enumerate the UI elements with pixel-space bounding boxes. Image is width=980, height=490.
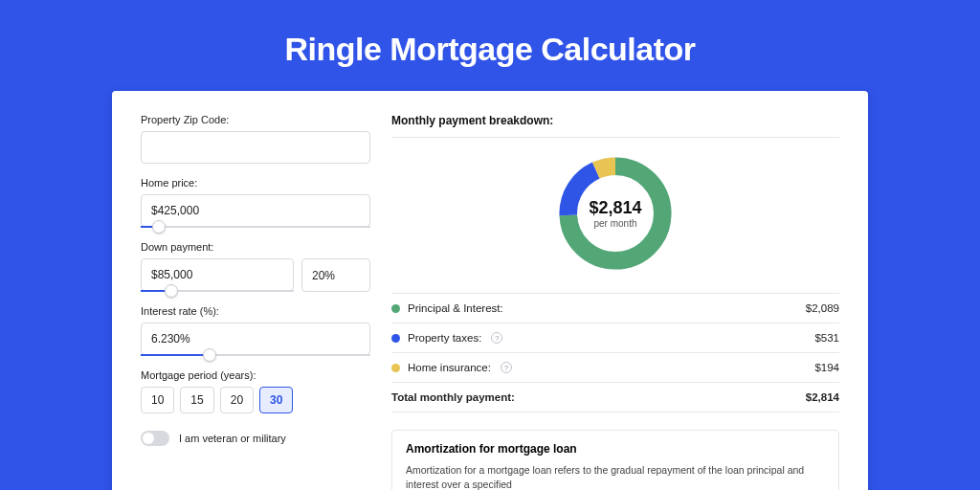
- legend-dot-icon: [391, 334, 400, 343]
- donut-wrap: $2,814 per month: [391, 151, 839, 276]
- legend-row-principal: Principal & Interest:$2,089: [391, 294, 839, 323]
- amortization-box: Amortization for mortgage loan Amortizat…: [391, 430, 839, 490]
- legend-label: Home insurance:: [408, 362, 491, 373]
- price-label: Home price:: [141, 177, 370, 189]
- zip-block: Property Zip Code:: [141, 114, 370, 164]
- rate-block: Interest rate (%):: [141, 305, 370, 356]
- price-slider[interactable]: [141, 226, 370, 228]
- legend-value: $531: [814, 332, 839, 344]
- period-option-15[interactable]: 15: [180, 387, 213, 413]
- help-icon[interactable]: ?: [491, 332, 502, 344]
- period-block: Mortgage period (years): 10152030: [141, 369, 370, 413]
- down-block: Down payment:: [141, 241, 370, 292]
- calculator-card: Property Zip Code: Home price: Down paym…: [112, 91, 868, 490]
- period-option-10[interactable]: 10: [141, 387, 174, 413]
- rate-input[interactable]: [141, 323, 370, 355]
- legend: Principal & Interest:$2,089Property taxe…: [391, 293, 839, 383]
- period-label: Mortgage period (years):: [141, 369, 370, 381]
- total-value: $2,814: [806, 391, 839, 403]
- rate-label: Interest rate (%):: [141, 305, 370, 317]
- down-percent-input[interactable]: [301, 258, 370, 292]
- donut-amount: $2,814: [589, 198, 641, 218]
- price-input[interactable]: [141, 194, 370, 227]
- veteran-row: I am veteran or military: [141, 431, 370, 446]
- legend-dot-icon: [391, 364, 400, 372]
- payment-donut-chart: $2,814 per month: [553, 151, 678, 276]
- period-option-20[interactable]: 20: [220, 387, 254, 413]
- legend-value: $194: [814, 362, 839, 373]
- total-label: Total monthly payment:: [391, 391, 515, 403]
- legend-total-row: Total monthly payment: $2,814: [391, 383, 839, 412]
- down-amount-input[interactable]: [141, 258, 294, 291]
- amortization-text: Amortization for a mortgage loan refers …: [406, 463, 825, 490]
- legend-label: Principal & Interest:: [408, 302, 503, 314]
- legend-row-insurance: Home insurance:?$194: [391, 353, 839, 383]
- price-block: Home price:: [141, 177, 370, 228]
- veteran-label: I am veteran or military: [179, 433, 286, 444]
- legend-row-taxes: Property taxes:?$531: [391, 323, 839, 353]
- toggle-knob: [143, 433, 154, 444]
- period-option-30[interactable]: 30: [259, 387, 293, 413]
- breakdown-column: Monthly payment breakdown: $2,814 per mo…: [391, 114, 839, 490]
- help-icon[interactable]: ?: [501, 362, 512, 373]
- form-column: Property Zip Code: Home price: Down paym…: [141, 114, 370, 490]
- legend-dot-icon: [391, 304, 400, 313]
- zip-label: Property Zip Code:: [141, 114, 370, 125]
- page-title: Ringle Mortgage Calculator: [0, 0, 980, 91]
- legend-label: Property taxes:: [408, 332, 481, 344]
- down-slider[interactable]: [141, 290, 294, 292]
- amortization-title: Amortization for mortgage loan: [406, 442, 825, 456]
- zip-input[interactable]: [141, 131, 370, 164]
- donut-caption: per month: [593, 218, 636, 229]
- rate-slider[interactable]: [141, 354, 370, 356]
- down-label: Down payment:: [141, 241, 370, 253]
- legend-value: $2,089: [806, 302, 839, 314]
- veteran-toggle[interactable]: [141, 431, 169, 446]
- period-segmented: 10152030: [141, 387, 370, 413]
- breakdown-title: Monthly payment breakdown:: [391, 114, 839, 138]
